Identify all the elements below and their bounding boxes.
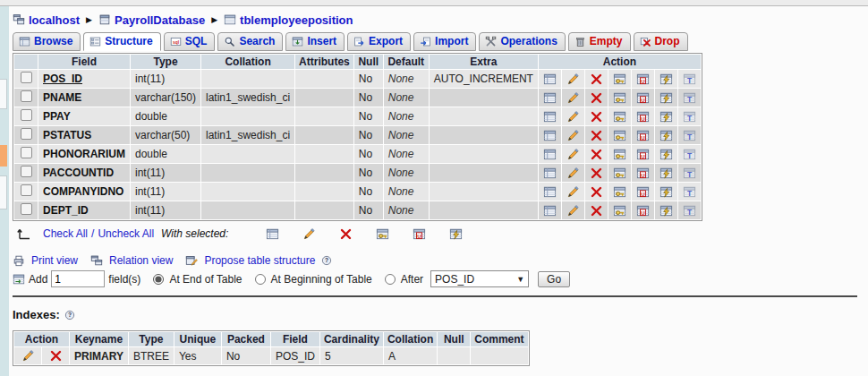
- action-unique-icon[interactable]: U: [636, 91, 650, 105]
- action-drop-icon[interactable]: [590, 148, 603, 161]
- action-browse-icon[interactable]: [543, 167, 557, 180]
- action-primary-icon[interactable]: [613, 110, 626, 124]
- action-drop-icon[interactable]: [590, 91, 603, 105]
- action-index-icon[interactable]: [660, 129, 673, 142]
- row-checkbox[interactable]: [21, 184, 32, 196]
- after-field-select[interactable]: POS_ID ▼: [430, 270, 529, 287]
- add-field-go-button[interactable]: Go: [538, 271, 570, 287]
- action-change-icon[interactable]: [566, 148, 580, 161]
- action-index-icon[interactable]: [660, 73, 673, 86]
- action-unique-icon[interactable]: U: [636, 167, 650, 180]
- radio-at-end-label[interactable]: At End of Table: [169, 273, 242, 286]
- tab-sql[interactable]: sqlSQL: [164, 32, 216, 51]
- action-unique-icon[interactable]: U: [636, 204, 650, 218]
- action-primary-icon[interactable]: [613, 167, 626, 180]
- svg-text:T: T: [687, 76, 693, 85]
- action-browse-icon[interactable]: [543, 73, 557, 86]
- breadcrumb-link[interactable]: localhost: [29, 13, 80, 27]
- action-unique-icon[interactable]: U: [636, 185, 650, 199]
- tab-empty[interactable]: Empty: [568, 32, 631, 51]
- field-collation: latin1_swedish_ci: [201, 126, 294, 144]
- breadcrumb-link[interactable]: PayrollDatabase: [115, 13, 205, 27]
- action-browse-icon[interactable]: [543, 91, 557, 105]
- with-selected-browse-icon[interactable]: [266, 227, 279, 241]
- index-drop-icon[interactable]: [49, 349, 63, 363]
- action-unique-icon[interactable]: U: [636, 73, 650, 86]
- add-count-input[interactable]: [51, 270, 105, 287]
- action-primary-icon[interactable]: [613, 185, 626, 199]
- tab-search[interactable]: Search: [217, 32, 283, 51]
- check-all-row: Check All / Uncheck All With selected: U: [16, 225, 859, 243]
- print-view-link[interactable]: Print view: [31, 254, 78, 267]
- with-selected-change-icon[interactable]: [302, 227, 316, 241]
- action-index-icon[interactable]: [660, 185, 673, 199]
- nav-fragment: [0, 79, 7, 109]
- field-default: None: [384, 107, 429, 125]
- row-checkbox[interactable]: [21, 72, 32, 83]
- action-index-icon[interactable]: [660, 110, 673, 124]
- radio-at-end[interactable]: [153, 274, 164, 285]
- row-checkbox[interactable]: [21, 166, 32, 177]
- action-drop-icon[interactable]: [590, 204, 603, 218]
- action-browse-icon[interactable]: [543, 148, 557, 161]
- action-unique-icon[interactable]: U: [636, 129, 650, 142]
- with-selected-primary-icon[interactable]: [376, 227, 389, 241]
- tab-browse[interactable]: Browse: [13, 32, 81, 51]
- action-change-icon[interactable]: [566, 110, 580, 124]
- tab-structure[interactable]: Structure: [83, 32, 160, 51]
- help-icon[interactable]: ?: [64, 310, 75, 320]
- action-change-icon[interactable]: [566, 129, 580, 142]
- row-checkbox[interactable]: [21, 128, 32, 140]
- action-index-icon[interactable]: [660, 91, 673, 105]
- check-all-link[interactable]: Check All: [43, 227, 88, 240]
- index-column-header-collation: Collation: [384, 332, 437, 346]
- action-change-icon[interactable]: [566, 91, 580, 105]
- tab-import[interactable]: Import: [413, 32, 476, 51]
- row-checkbox[interactable]: [21, 109, 32, 121]
- tab-insert[interactable]: Insert: [285, 32, 345, 51]
- radio-at-beginning[interactable]: [255, 274, 266, 285]
- action-browse-icon[interactable]: [543, 110, 557, 124]
- with-selected-unique-icon[interactable]: U: [413, 227, 426, 241]
- with-selected-index-icon[interactable]: [449, 227, 463, 241]
- row-checkbox[interactable]: [21, 147, 32, 158]
- tab-operations[interactable]: Operations: [479, 32, 565, 51]
- action-unique-icon[interactable]: U: [636, 148, 650, 161]
- action-browse-icon[interactable]: [543, 129, 557, 142]
- action-change-icon[interactable]: [566, 204, 580, 218]
- index-change-icon[interactable]: [21, 349, 35, 363]
- radio-after[interactable]: [385, 274, 396, 285]
- uncheck-all-link[interactable]: Uncheck All: [98, 227, 154, 240]
- action-primary-icon[interactable]: [613, 204, 626, 218]
- radio-at-beginning-label[interactable]: At Beginning of Table: [271, 273, 372, 286]
- action-drop-icon[interactable]: [590, 167, 603, 180]
- action-change-icon[interactable]: [566, 73, 580, 86]
- action-change-icon[interactable]: [566, 185, 580, 199]
- row-checkbox[interactable]: [21, 203, 32, 215]
- action-primary-icon[interactable]: [613, 129, 626, 142]
- action-primary-icon[interactable]: [613, 73, 626, 86]
- action-drop-icon[interactable]: [590, 185, 603, 199]
- action-primary-icon[interactable]: [613, 148, 626, 161]
- action-unique-icon[interactable]: U: [636, 110, 650, 124]
- row-checkbox[interactable]: [21, 90, 32, 102]
- radio-after-label[interactable]: After: [401, 273, 423, 286]
- tab-drop[interactable]: Drop: [634, 32, 688, 51]
- help-icon[interactable]: ?: [321, 255, 332, 266]
- action-drop-icon[interactable]: [590, 73, 603, 86]
- action-drop-icon[interactable]: [590, 129, 603, 142]
- breadcrumb-link[interactable]: tblemployeeposition: [240, 13, 353, 27]
- action-fulltext-cell: T: [678, 183, 701, 201]
- action-index-icon[interactable]: [660, 204, 673, 218]
- relation-view-link[interactable]: Relation view: [109, 254, 173, 267]
- action-drop-icon[interactable]: [590, 110, 603, 124]
- with-selected-drop-icon[interactable]: [339, 227, 353, 241]
- action-change-icon[interactable]: [566, 167, 580, 180]
- action-index-icon[interactable]: [660, 148, 673, 161]
- action-index-icon[interactable]: [660, 167, 673, 180]
- action-browse-icon[interactable]: [543, 185, 557, 199]
- propose-structure-link[interactable]: Propose table structure: [204, 254, 315, 267]
- tab-export[interactable]: Export: [347, 32, 411, 51]
- action-browse-icon[interactable]: [543, 204, 557, 218]
- action-primary-icon[interactable]: [613, 91, 626, 105]
